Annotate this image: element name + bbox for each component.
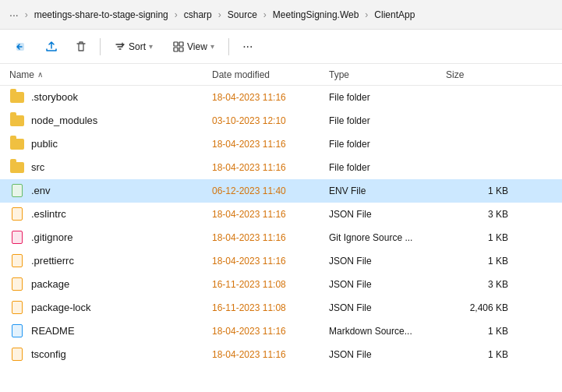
file-date: 18-04-2023 11:16 <box>212 139 329 150</box>
breadcrumb: ··· › meetings-share-to-stage-signing › … <box>0 0 562 30</box>
file-name: .prettierrc <box>31 255 212 267</box>
sep-2: › <box>218 9 221 20</box>
file-date: 06-12-2023 11:40 <box>212 185 329 196</box>
md-file-icon <box>12 324 23 337</box>
share-button[interactable] <box>39 35 64 58</box>
svg-rect-3 <box>174 48 178 51</box>
json-file-icon <box>12 301 23 314</box>
file-name: package-lock <box>31 302 212 313</box>
svg-rect-1 <box>174 42 178 46</box>
file-icon-cell <box>9 300 25 316</box>
file-name: public <box>31 138 212 150</box>
folder-icon <box>10 139 24 150</box>
back-button[interactable] <box>9 35 34 58</box>
toolbar-separator-1 <box>100 38 101 55</box>
col-header-type[interactable]: Type <box>329 69 446 80</box>
file-type: File folder <box>329 115 446 126</box>
col-header-size[interactable]: Size <box>446 69 508 80</box>
folder-icon <box>10 115 24 126</box>
file-name: .gitignore <box>31 231 212 243</box>
file-name: tsconfig <box>31 348 212 360</box>
file-size: 2,406 KB <box>446 302 508 313</box>
sort-button[interactable]: Sort ▾ <box>107 38 161 55</box>
file-date: 18-04-2023 11:16 <box>212 256 329 267</box>
file-icon-cell <box>9 90 25 105</box>
file-icon-cell <box>9 347 25 362</box>
table-row[interactable]: .env 06-12-2023 11:40 ENV File 1 KB <box>0 179 562 203</box>
sep-0: › <box>25 9 28 20</box>
file-type: File folder <box>329 162 446 173</box>
file-size: 1 KB <box>446 185 508 196</box>
file-name: package <box>31 278 212 290</box>
breadcrumb-item-1[interactable]: csharp <box>181 8 215 22</box>
file-name: .eslintrc <box>31 208 212 220</box>
file-date: 18-04-2023 11:16 <box>212 209 329 220</box>
toolbar: Sort ▾ View ▾ ··· <box>0 30 562 64</box>
file-icon-cell <box>9 160 25 175</box>
view-button[interactable]: View ▾ <box>165 38 222 55</box>
view-chevron: ▾ <box>210 42 214 51</box>
col-header-date[interactable]: Date modified <box>212 69 329 80</box>
sep-3: › <box>263 9 267 20</box>
file-date: 18-04-2023 11:16 <box>212 326 329 337</box>
table-row[interactable]: package-lock 16-11-2023 11:08 JSON File … <box>0 296 562 320</box>
col-header-name[interactable]: Name ∧ <box>9 69 212 80</box>
file-size: 1 KB <box>446 232 508 243</box>
table-row[interactable]: src 18-04-2023 11:16 File folder <box>0 156 562 179</box>
view-label: View <box>187 41 207 52</box>
more-button[interactable]: ··· <box>235 35 260 58</box>
file-date: 18-04-2023 11:16 <box>212 349 329 360</box>
json-file-icon <box>12 277 23 291</box>
folder-icon <box>10 92 24 103</box>
file-type: Markdown Source... <box>329 326 446 337</box>
table-row[interactable]: .eslintrc 18-04-2023 11:16 JSON File 3 K… <box>0 203 562 226</box>
file-icon-cell <box>9 323 25 339</box>
table-row[interactable]: .gitignore 18-04-2023 11:16 Git Ignore S… <box>0 226 562 249</box>
file-type: JSON File <box>329 209 446 220</box>
breadcrumb-item-2[interactable]: Source <box>224 8 260 22</box>
file-type: JSON File <box>329 349 446 360</box>
table-row[interactable]: README 18-04-2023 11:16 Markdown Source.… <box>0 320 562 343</box>
table-row[interactable]: package 16-11-2023 11:08 JSON File 3 KB <box>0 273 562 296</box>
table-row[interactable]: public 18-04-2023 11:16 File folder <box>0 132 562 156</box>
table-row[interactable]: node_modules 03-10-2023 12:10 File folde… <box>0 109 562 132</box>
breadcrumb-item-4[interactable]: ClientApp <box>371 8 418 22</box>
table-row[interactable]: .storybook 18-04-2023 11:16 File folder <box>0 86 562 109</box>
file-icon-cell <box>9 136 25 152</box>
file-date: 16-11-2023 11:08 <box>212 302 329 313</box>
folder-icon <box>10 162 24 173</box>
sort-arrow-icon: ∧ <box>37 70 43 79</box>
table-row[interactable]: tsconfig 18-04-2023 11:16 JSON File 1 KB <box>0 343 562 366</box>
file-name: .storybook <box>31 91 212 103</box>
git-file-icon <box>12 231 23 244</box>
more-icon: ··· <box>242 40 253 54</box>
json-file-icon <box>12 207 23 221</box>
file-size: 1 KB <box>446 349 508 360</box>
file-icon-cell <box>9 183 25 199</box>
json-file-icon <box>12 254 23 267</box>
file-size: 3 KB <box>446 279 508 290</box>
file-icon-cell <box>9 207 25 222</box>
file-name: node_modules <box>31 115 212 126</box>
breadcrumb-item-3[interactable]: MeetingSigning.Web <box>270 8 362 22</box>
file-date: 03-10-2023 12:10 <box>212 115 329 126</box>
svg-rect-4 <box>179 48 183 51</box>
sort-chevron: ▾ <box>149 42 153 51</box>
sort-label: Sort <box>129 41 146 52</box>
file-type: JSON File <box>329 279 446 290</box>
sep-4: › <box>365 9 368 20</box>
breadcrumb-item-0[interactable]: meetings-share-to-stage-signing <box>31 8 171 22</box>
file-name: src <box>31 161 212 173</box>
delete-button[interactable] <box>69 35 94 58</box>
breadcrumb-more[interactable]: ··· <box>6 7 22 23</box>
file-size: 1 KB <box>446 256 508 267</box>
file-date: 18-04-2023 11:16 <box>212 232 329 243</box>
file-type: File folder <box>329 139 446 150</box>
file-type: JSON File <box>329 302 446 313</box>
file-icon-cell <box>9 113 25 129</box>
file-icon-cell <box>9 277 25 292</box>
table-row[interactable]: .prettierrc 18-04-2023 11:16 JSON File 1… <box>0 249 562 273</box>
file-date: 16-11-2023 11:08 <box>212 279 329 290</box>
file-date: 18-04-2023 11:16 <box>212 162 329 173</box>
file-date: 18-04-2023 11:16 <box>212 92 329 103</box>
